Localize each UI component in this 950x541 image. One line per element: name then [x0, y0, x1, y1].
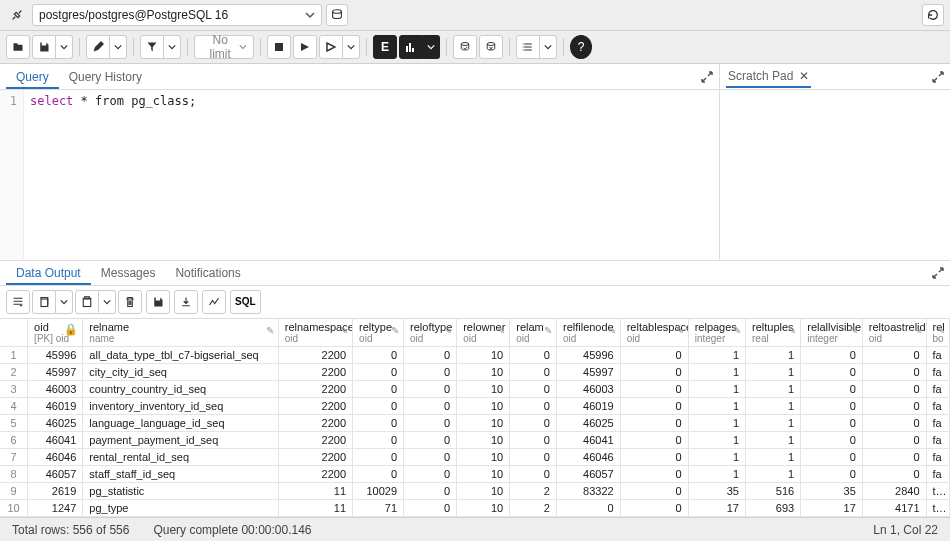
cell[interactable]: 0 [510, 466, 557, 483]
cell[interactable]: 0 [510, 381, 557, 398]
copy-button[interactable] [32, 290, 56, 314]
cell[interactable]: 0 [510, 432, 557, 449]
tab-messages[interactable]: Messages [91, 261, 166, 285]
cell[interactable]: 0 [404, 500, 457, 517]
cell[interactable]: 35 [688, 483, 745, 500]
cell[interactable]: 0 [862, 432, 926, 449]
cell[interactable]: 0 [353, 381, 404, 398]
cell[interactable]: fa [926, 398, 949, 415]
stop-button[interactable] [267, 35, 291, 59]
cell[interactable]: 0 [620, 347, 688, 364]
cell[interactable]: fa [926, 432, 949, 449]
cell[interactable]: 10 [457, 500, 510, 517]
cell[interactable]: 10 [457, 466, 510, 483]
macros-dropdown[interactable] [540, 35, 557, 59]
cell[interactable]: 0 [510, 415, 557, 432]
table-row[interactable]: 101247pg_type117101020017693174171tru [0, 500, 950, 517]
open-file-button[interactable] [6, 35, 30, 59]
cell[interactable]: 71 [353, 500, 404, 517]
cell[interactable]: pg_type [83, 500, 278, 517]
cell[interactable]: 0 [620, 483, 688, 500]
cell[interactable]: tru [926, 483, 949, 500]
cell[interactable]: 46057 [28, 466, 83, 483]
column-header[interactable]: relnamename✎ [83, 319, 278, 347]
execute-options-dropdown[interactable] [343, 35, 360, 59]
connection-select[interactable]: postgres/postgres@PostgreSQL 16 [32, 4, 322, 26]
cell[interactable]: 46003 [556, 381, 620, 398]
cell[interactable]: 0 [404, 398, 457, 415]
table-row[interactable]: 245997city_city_id_seq220000100459970110… [0, 364, 950, 381]
editor-code[interactable]: select * from pg_class; [24, 90, 202, 260]
cell[interactable]: 0 [862, 347, 926, 364]
cell[interactable]: 1247 [28, 500, 83, 517]
cell[interactable]: 0 [510, 347, 557, 364]
column-header[interactable]: relallvisibleinteger✎ [801, 319, 863, 347]
save-button[interactable] [32, 35, 56, 59]
tab-scratch-pad[interactable]: Scratch Pad ✕ [726, 66, 811, 88]
save-data-button[interactable] [146, 290, 170, 314]
cell[interactable]: 1 [688, 415, 745, 432]
cell[interactable]: 0 [620, 449, 688, 466]
cell[interactable]: 46041 [556, 432, 620, 449]
cell[interactable]: rental_rental_id_seq [83, 449, 278, 466]
cell[interactable]: 516 [746, 483, 801, 500]
save-dropdown[interactable] [56, 35, 73, 59]
cell[interactable]: 46003 [28, 381, 83, 398]
column-header[interactable]: relowneroid✎ [457, 319, 510, 347]
cell[interactable]: 45996 [28, 347, 83, 364]
cell[interactable]: 1 [746, 449, 801, 466]
cell[interactable]: 0 [862, 381, 926, 398]
cell[interactable]: 0 [862, 466, 926, 483]
cell[interactable]: 2200 [278, 415, 352, 432]
cell[interactable]: 0 [862, 449, 926, 466]
cell[interactable]: 11 [278, 483, 352, 500]
cell[interactable]: 0 [862, 415, 926, 432]
cell[interactable]: 0 [620, 500, 688, 517]
cell[interactable]: 0 [801, 381, 863, 398]
paste-button[interactable] [75, 290, 99, 314]
cell[interactable]: 10029 [353, 483, 404, 500]
cell[interactable]: 2200 [278, 381, 352, 398]
cell[interactable]: 0 [510, 449, 557, 466]
new-connection-button[interactable] [326, 4, 348, 26]
cell[interactable]: 45997 [28, 364, 83, 381]
explain-button[interactable]: E [373, 35, 397, 59]
help-button[interactable]: ? [570, 35, 592, 59]
cell[interactable]: 46019 [556, 398, 620, 415]
cell[interactable]: 0 [510, 364, 557, 381]
table-row[interactable]: 346003country_country_id_seq220000100460… [0, 381, 950, 398]
cell[interactable]: 2 [510, 483, 557, 500]
cell[interactable]: 46019 [28, 398, 83, 415]
cell[interactable]: 0 [556, 500, 620, 517]
tab-query[interactable]: Query [6, 65, 59, 89]
expand-results-icon[interactable] [932, 267, 944, 279]
cell[interactable]: 17 [801, 500, 863, 517]
table-row[interactable]: 446019inventory_inventory_id_seq22000010… [0, 398, 950, 415]
cell[interactable]: 46025 [556, 415, 620, 432]
tab-query-history[interactable]: Query History [59, 65, 152, 89]
filter-dropdown[interactable] [164, 35, 181, 59]
cell[interactable]: 0 [353, 347, 404, 364]
cell[interactable]: 0 [404, 466, 457, 483]
explain-analyze-button[interactable] [399, 35, 423, 59]
cell[interactable]: 0 [801, 466, 863, 483]
cell[interactable]: 0 [404, 347, 457, 364]
cell[interactable]: 2200 [278, 364, 352, 381]
column-header[interactable]: relpagesinteger✎ [688, 319, 745, 347]
cell[interactable]: fa [926, 381, 949, 398]
cell[interactable]: 0 [801, 449, 863, 466]
cell[interactable]: 0 [353, 398, 404, 415]
cell[interactable]: 46046 [556, 449, 620, 466]
cell[interactable]: 0 [404, 449, 457, 466]
cell[interactable]: 0 [620, 432, 688, 449]
table-row[interactable]: 646041payment_payment_id_seq220000100460… [0, 432, 950, 449]
cell[interactable]: 0 [404, 432, 457, 449]
sql-editor[interactable]: 1 select * from pg_class; [0, 90, 719, 260]
cell[interactable]: 2200 [278, 466, 352, 483]
cell[interactable]: 0 [801, 432, 863, 449]
column-header[interactable]: relamoid✎ [510, 319, 557, 347]
cell[interactable]: 0 [862, 398, 926, 415]
cell[interactable]: 1 [746, 415, 801, 432]
column-header[interactable]: oid[PK] oid🔒 [28, 319, 83, 347]
cell[interactable]: 10 [457, 415, 510, 432]
